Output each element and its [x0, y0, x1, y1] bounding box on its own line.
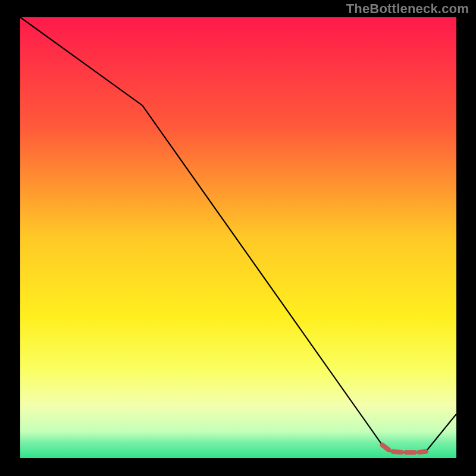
plot-background [20, 17, 456, 458]
watermark-text: TheBottleneck.com [346, 1, 469, 17]
chart-svg [0, 0, 476, 476]
chart-canvas: TheBottleneck.com [0, 0, 476, 476]
